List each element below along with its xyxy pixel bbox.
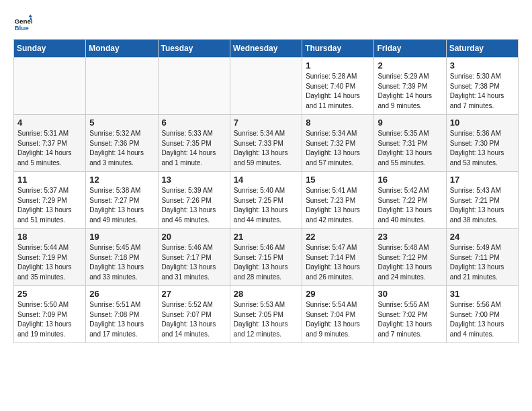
calendar-cell	[86, 58, 158, 115]
day-info: Sunrise: 5:47 AM Sunset: 7:14 PM Dayligh…	[306, 243, 370, 282]
calendar-cell: 21Sunrise: 5:46 AM Sunset: 7:15 PM Dayli…	[230, 229, 302, 286]
day-info: Sunrise: 5:30 AM Sunset: 7:38 PM Dayligh…	[450, 72, 515, 111]
day-number: 14	[234, 175, 298, 185]
header-sunday: Sunday	[14, 40, 86, 58]
header-thursday: Thursday	[302, 40, 374, 58]
calendar-cell: 7Sunrise: 5:34 AM Sunset: 7:33 PM Daylig…	[230, 115, 302, 172]
calendar-cell	[14, 58, 86, 115]
day-number: 22	[306, 232, 370, 242]
calendar-cell: 31Sunrise: 5:56 AM Sunset: 7:00 PM Dayli…	[446, 286, 518, 343]
day-info: Sunrise: 5:42 AM Sunset: 7:22 PM Dayligh…	[378, 186, 442, 225]
calendar-cell: 22Sunrise: 5:47 AM Sunset: 7:14 PM Dayli…	[302, 229, 374, 286]
day-number: 20	[162, 232, 226, 242]
day-info: Sunrise: 5:48 AM Sunset: 7:12 PM Dayligh…	[378, 243, 442, 282]
day-info: Sunrise: 5:50 AM Sunset: 7:09 PM Dayligh…	[17, 300, 82, 339]
calendar-cell: 29Sunrise: 5:54 AM Sunset: 7:04 PM Dayli…	[302, 286, 374, 343]
header-wednesday: Wednesday	[230, 40, 302, 58]
calendar-cell: 18Sunrise: 5:44 AM Sunset: 7:19 PM Dayli…	[14, 229, 86, 286]
calendar-cell: 20Sunrise: 5:46 AM Sunset: 7:17 PM Dayli…	[158, 229, 230, 286]
page-header: General Blue	[13, 13, 519, 32]
calendar-week-row: 1Sunrise: 5:28 AM Sunset: 7:40 PM Daylig…	[14, 58, 519, 115]
header-friday: Friday	[374, 40, 446, 58]
day-info: Sunrise: 5:53 AM Sunset: 7:05 PM Dayligh…	[234, 300, 298, 339]
calendar-cell: 5Sunrise: 5:32 AM Sunset: 7:36 PM Daylig…	[86, 115, 158, 172]
calendar-cell: 24Sunrise: 5:49 AM Sunset: 7:11 PM Dayli…	[446, 229, 518, 286]
calendar-cell	[158, 58, 230, 115]
calendar-cell: 9Sunrise: 5:35 AM Sunset: 7:31 PM Daylig…	[374, 115, 446, 172]
day-number: 1	[306, 60, 370, 71]
calendar-cell: 17Sunrise: 5:43 AM Sunset: 7:21 PM Dayli…	[446, 172, 518, 229]
day-info: Sunrise: 5:34 AM Sunset: 7:32 PM Dayligh…	[306, 129, 370, 168]
day-info: Sunrise: 5:31 AM Sunset: 7:37 PM Dayligh…	[17, 129, 82, 168]
header-tuesday: Tuesday	[158, 40, 230, 58]
day-info: Sunrise: 5:43 AM Sunset: 7:21 PM Dayligh…	[450, 186, 515, 225]
calendar-cell: 2Sunrise: 5:29 AM Sunset: 7:39 PM Daylig…	[374, 58, 446, 115]
day-info: Sunrise: 5:32 AM Sunset: 7:36 PM Dayligh…	[89, 129, 154, 168]
day-info: Sunrise: 5:45 AM Sunset: 7:18 PM Dayligh…	[89, 243, 154, 282]
calendar-cell: 14Sunrise: 5:40 AM Sunset: 7:25 PM Dayli…	[230, 172, 302, 229]
day-info: Sunrise: 5:39 AM Sunset: 7:26 PM Dayligh…	[162, 186, 226, 225]
day-info: Sunrise: 5:40 AM Sunset: 7:25 PM Dayligh…	[234, 186, 298, 225]
calendar-week-row: 11Sunrise: 5:37 AM Sunset: 7:29 PM Dayli…	[14, 172, 519, 229]
day-number: 31	[450, 289, 515, 299]
calendar-cell: 13Sunrise: 5:39 AM Sunset: 7:26 PM Dayli…	[158, 172, 230, 229]
day-info: Sunrise: 5:41 AM Sunset: 7:23 PM Dayligh…	[306, 186, 370, 225]
day-info: Sunrise: 5:38 AM Sunset: 7:27 PM Dayligh…	[89, 186, 154, 225]
calendar-cell: 8Sunrise: 5:34 AM Sunset: 7:32 PM Daylig…	[302, 115, 374, 172]
calendar-week-row: 4Sunrise: 5:31 AM Sunset: 7:37 PM Daylig…	[14, 115, 519, 172]
day-info: Sunrise: 5:46 AM Sunset: 7:17 PM Dayligh…	[162, 243, 226, 282]
calendar-week-row: 18Sunrise: 5:44 AM Sunset: 7:19 PM Dayli…	[14, 229, 519, 286]
day-info: Sunrise: 5:44 AM Sunset: 7:19 PM Dayligh…	[17, 243, 82, 282]
calendar-cell: 19Sunrise: 5:45 AM Sunset: 7:18 PM Dayli…	[86, 229, 158, 286]
day-number: 28	[234, 289, 298, 299]
calendar-cell: 25Sunrise: 5:50 AM Sunset: 7:09 PM Dayli…	[14, 286, 86, 343]
calendar-cell: 11Sunrise: 5:37 AM Sunset: 7:29 PM Dayli…	[14, 172, 86, 229]
day-info: Sunrise: 5:55 AM Sunset: 7:02 PM Dayligh…	[378, 300, 442, 339]
day-number: 13	[162, 175, 226, 185]
calendar-week-row: 25Sunrise: 5:50 AM Sunset: 7:09 PM Dayli…	[14, 286, 519, 343]
day-number: 5	[89, 118, 154, 128]
calendar-cell: 16Sunrise: 5:42 AM Sunset: 7:22 PM Dayli…	[374, 172, 446, 229]
calendar-cell: 10Sunrise: 5:36 AM Sunset: 7:30 PM Dayli…	[446, 115, 518, 172]
calendar-cell: 27Sunrise: 5:52 AM Sunset: 7:07 PM Dayli…	[158, 286, 230, 343]
day-number: 11	[17, 175, 82, 185]
calendar-header-row: SundayMondayTuesdayWednesdayThursdayFrid…	[14, 40, 519, 58]
day-info: Sunrise: 5:33 AM Sunset: 7:35 PM Dayligh…	[162, 129, 226, 168]
day-number: 29	[306, 289, 370, 299]
day-number: 17	[450, 175, 515, 185]
logo-icon: General Blue	[13, 13, 32, 32]
day-info: Sunrise: 5:56 AM Sunset: 7:00 PM Dayligh…	[450, 300, 515, 339]
calendar-cell: 30Sunrise: 5:55 AM Sunset: 7:02 PM Dayli…	[374, 286, 446, 343]
day-info: Sunrise: 5:34 AM Sunset: 7:33 PM Dayligh…	[234, 129, 298, 168]
day-number: 10	[450, 118, 515, 128]
day-number: 23	[378, 232, 442, 242]
calendar-cell: 3Sunrise: 5:30 AM Sunset: 7:38 PM Daylig…	[446, 58, 518, 115]
day-number: 19	[89, 232, 154, 242]
calendar-cell: 15Sunrise: 5:41 AM Sunset: 7:23 PM Dayli…	[302, 172, 374, 229]
calendar-cell: 6Sunrise: 5:33 AM Sunset: 7:35 PM Daylig…	[158, 115, 230, 172]
day-number: 6	[162, 118, 226, 128]
day-info: Sunrise: 5:36 AM Sunset: 7:30 PM Dayligh…	[450, 129, 515, 168]
calendar-cell: 28Sunrise: 5:53 AM Sunset: 7:05 PM Dayli…	[230, 286, 302, 343]
day-info: Sunrise: 5:49 AM Sunset: 7:11 PM Dayligh…	[450, 243, 515, 282]
day-info: Sunrise: 5:46 AM Sunset: 7:15 PM Dayligh…	[234, 243, 298, 282]
calendar-table: SundayMondayTuesdayWednesdayThursdayFrid…	[13, 39, 519, 343]
calendar-cell: 12Sunrise: 5:38 AM Sunset: 7:27 PM Dayli…	[86, 172, 158, 229]
day-number: 7	[234, 118, 298, 128]
day-number: 12	[89, 175, 154, 185]
day-number: 15	[306, 175, 370, 185]
day-number: 16	[378, 175, 442, 185]
day-info: Sunrise: 5:52 AM Sunset: 7:07 PM Dayligh…	[162, 300, 226, 339]
calendar-cell	[230, 58, 302, 115]
day-info: Sunrise: 5:29 AM Sunset: 7:39 PM Dayligh…	[378, 72, 442, 111]
calendar-cell: 23Sunrise: 5:48 AM Sunset: 7:12 PM Dayli…	[374, 229, 446, 286]
day-number: 21	[234, 232, 298, 242]
day-number: 26	[89, 289, 154, 299]
header-monday: Monday	[86, 40, 158, 58]
day-number: 2	[378, 60, 442, 71]
header-saturday: Saturday	[446, 40, 518, 58]
svg-marker-2	[28, 14, 32, 17]
day-number: 27	[162, 289, 226, 299]
svg-text:Blue: Blue	[14, 24, 29, 32]
day-info: Sunrise: 5:37 AM Sunset: 7:29 PM Dayligh…	[17, 186, 82, 225]
